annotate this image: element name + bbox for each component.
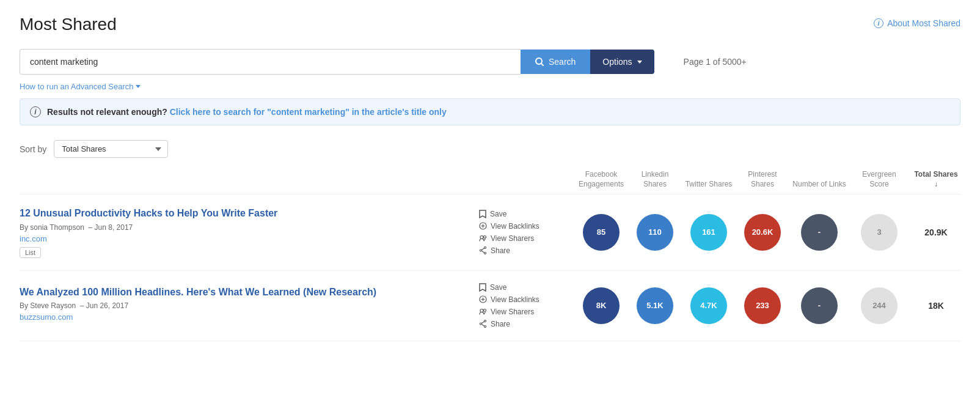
svg-point-15 <box>480 323 482 325</box>
search-button-label: Search <box>549 57 576 67</box>
sharers-icon <box>479 235 487 242</box>
advanced-search-link[interactable]: How to run an Advanced Search <box>20 82 960 91</box>
advanced-search-chevron <box>136 85 141 88</box>
col-header-twitter: Twitter Shares <box>684 180 733 190</box>
svg-point-14 <box>485 326 486 328</box>
svg-line-9 <box>481 251 484 253</box>
article-domain-2[interactable]: buzzsumo.com <box>20 312 469 322</box>
evergreen-metric-1: 3 <box>852 214 907 251</box>
chevron-down-icon <box>637 61 642 64</box>
share-button-1[interactable]: Share <box>479 246 572 255</box>
evergreen-circle-2: 244 <box>861 287 898 324</box>
advanced-search-label: How to run an Advanced Search <box>20 82 133 91</box>
svg-line-8 <box>481 248 484 250</box>
article-actions-1: Save View Backlinks View Sharers Share <box>474 210 572 255</box>
article-meta-2: By Steve Rayson – Jun 26, 2017 <box>20 301 469 310</box>
links-metric-1: - <box>792 214 847 251</box>
view-sharers-button-2[interactable]: View Sharers <box>479 308 572 316</box>
page-indicator: Page 1 of 5000+ <box>664 57 747 67</box>
evergreen-metric-2: 244 <box>852 287 907 324</box>
search-icon <box>535 57 544 66</box>
banner-info-icon: i <box>30 106 41 117</box>
view-backlinks-button-2[interactable]: View Backlinks <box>479 295 572 304</box>
col-header-total: Total Shares ↓ <box>912 170 960 189</box>
twitter-circle-1: 161 <box>690 214 727 251</box>
columns-header: Facebook Engagements Linkedin Shares Twi… <box>20 170 960 194</box>
sort-by-label: Sort by <box>20 144 46 154</box>
links-circle-2: - <box>801 287 838 324</box>
about-most-shared-link[interactable]: i About Most Shared <box>874 18 960 28</box>
svg-point-7 <box>480 249 482 251</box>
pinterest-metric-2: 233 <box>738 287 787 324</box>
svg-line-17 <box>481 324 484 326</box>
share-icon <box>479 320 487 328</box>
facebook-circle-1: 85 <box>583 214 620 251</box>
article-author-2: Steve Rayson <box>30 301 76 310</box>
options-button[interactable]: Options <box>590 50 654 74</box>
options-label: Options <box>602 57 632 67</box>
table-row: We Analyzed 100 Million Headlines. Here'… <box>20 271 960 341</box>
pinterest-metric-1: 20.6K <box>738 214 787 251</box>
article-info-2: We Analyzed 100 Million Headlines. Here'… <box>20 286 469 325</box>
sort-arrow-icon: ↓ <box>934 180 938 188</box>
article-author-1: sonia Thompson <box>30 223 84 232</box>
share-button-2[interactable]: Share <box>479 320 572 328</box>
relevance-text: Results not relevant enough? <box>47 107 167 117</box>
results-table: Facebook Engagements Linkedin Shares Twi… <box>20 170 960 341</box>
svg-point-5 <box>485 247 486 249</box>
relevance-link[interactable]: Click here to search for "content market… <box>170 107 447 117</box>
links-circle-1: - <box>801 214 838 251</box>
total-shares-2: 18K <box>912 301 960 311</box>
col-header-linkedin: Linkedin Shares <box>631 170 679 189</box>
svg-point-6 <box>485 253 486 254</box>
twitter-metric-1: 161 <box>684 214 733 251</box>
links-metric-2: - <box>792 287 847 324</box>
pinterest-circle-2: 233 <box>744 287 781 324</box>
article-title-1[interactable]: 12 Unusual Productivity Hacks to Help Yo… <box>20 207 469 220</box>
svg-point-11 <box>480 309 483 312</box>
linkedin-metric-2: 5.1K <box>631 287 679 324</box>
share-icon <box>479 246 487 254</box>
col-header-links: Number of Links <box>792 180 847 190</box>
article-info-1: 12 Unusual Productivity Hacks to Help Yo… <box>20 207 469 257</box>
search-button[interactable]: Search <box>521 50 590 74</box>
svg-point-12 <box>484 309 486 312</box>
search-input[interactable] <box>20 50 521 74</box>
article-title-2[interactable]: We Analyzed 100 Million Headlines. Here'… <box>20 286 469 299</box>
pinterest-circle-1: 20.6K <box>744 214 781 251</box>
sort-select[interactable]: Total Shares Facebook Engagements Twitte… <box>54 140 168 158</box>
facebook-metric-2: 8K <box>577 287 626 324</box>
table-row: 12 Unusual Productivity Hacks to Help Yo… <box>20 194 960 270</box>
svg-point-3 <box>480 236 483 239</box>
linkedin-circle-1: 110 <box>637 214 673 251</box>
page-indicator-wrapper: Page 1 of 5000+ <box>664 57 747 67</box>
page-title: Most Shared <box>20 15 117 34</box>
sharers-icon <box>479 308 487 315</box>
article-meta-1: By sonia Thompson – Jun 8, 2017 <box>20 223 469 232</box>
save-button-1[interactable]: Save <box>479 210 572 218</box>
total-shares-1: 20.9K <box>912 227 960 237</box>
bookmark-icon <box>479 283 486 292</box>
evergreen-circle-1: 3 <box>861 214 898 251</box>
linkedin-metric-1: 110 <box>631 214 679 251</box>
view-backlinks-button-1[interactable]: View Backlinks <box>479 222 572 231</box>
link-icon <box>479 295 487 303</box>
info-icon: i <box>874 18 883 28</box>
col-header-facebook: Facebook Engagements <box>577 170 626 189</box>
twitter-circle-2: 4.7K <box>690 287 727 324</box>
article-date-1: Jun 8, 2017 <box>95 223 133 232</box>
linkedin-circle-2: 5.1K <box>637 287 673 324</box>
article-date-2: Jun 26, 2017 <box>86 301 128 310</box>
link-icon <box>479 222 487 230</box>
article-domain-1[interactable]: inc.com <box>20 234 469 243</box>
banner-text: Results not relevant enough? Click here … <box>47 107 447 117</box>
save-button-2[interactable]: Save <box>479 283 572 292</box>
col-header-evergreen: Evergreen Score <box>852 170 907 189</box>
article-tag-1: List <box>20 247 41 258</box>
search-input-wrapper <box>20 49 521 75</box>
page-header: Most Shared i About Most Shared <box>20 15 960 34</box>
bookmark-icon <box>479 210 486 218</box>
view-sharers-button-1[interactable]: View Sharers <box>479 234 572 243</box>
relevance-banner: i Results not relevant enough? Click her… <box>20 98 960 125</box>
sort-row: Sort by Total Shares Facebook Engagement… <box>20 140 960 158</box>
